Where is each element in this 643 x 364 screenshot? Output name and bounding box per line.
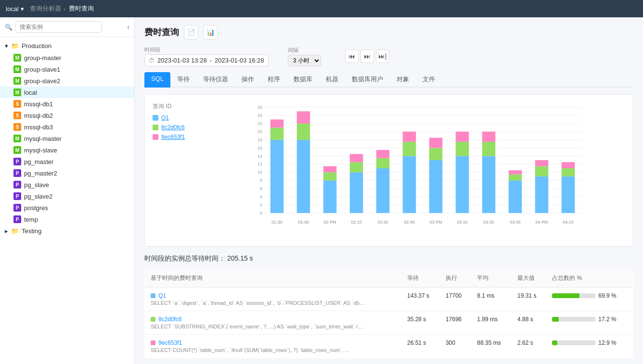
bar-01:30-8c2d0fc6[interactable]: [270, 127, 284, 139]
time-range-picker[interactable]: ⏱ 2023-01-03 13:28 - 2023-01-03 16:28: [144, 54, 269, 66]
bar-02:45-8c2d0fc6[interactable]: [403, 142, 416, 156]
nav-last-button[interactable]: ⏭|: [376, 50, 389, 63]
sidebar-item-temp[interactable]: Ptemp: [0, 213, 134, 225]
bar-01:30-Q1[interactable]: [270, 140, 284, 213]
bar-01:45-Q1[interactable]: [297, 140, 310, 213]
search-input[interactable]: [15, 21, 102, 33]
nav-next-button[interactable]: ⏭: [360, 50, 374, 63]
sidebar-item-pg_slave[interactable]: Ppg_slave: [0, 179, 134, 190]
group-label: Production: [22, 42, 51, 50]
chevron-icon: ▾: [5, 42, 8, 50]
query-id-label[interactable]: 8c2d0fc6: [158, 316, 182, 323]
tree-group-header-production[interactable]: ▾📁Production: [0, 40, 134, 52]
bar-04 PM-Q1[interactable]: [535, 176, 549, 213]
bar-03:45-9ec653f1[interactable]: [509, 170, 522, 174]
tab-程序[interactable]: 程序: [261, 72, 287, 88]
nav-first-button[interactable]: ⏮: [345, 50, 359, 63]
sidebar-item-postgres[interactable]: Ppostgres: [0, 202, 134, 213]
bar-03 PM-9ec653f1[interactable]: [429, 138, 443, 148]
bar-03 PM-8c2d0fc6[interactable]: [429, 148, 443, 160]
query-id-label[interactable]: Q1: [158, 292, 166, 299]
bar-03:30-8c2d0fc6[interactable]: [482, 142, 496, 156]
folder-icon: 📁: [11, 227, 19, 235]
bar-03:15-9ec653f1[interactable]: [456, 132, 469, 142]
interval-dropdown[interactable]: 3 小时: [288, 55, 321, 66]
tab-数据库[interactable]: 数据库: [287, 72, 319, 88]
tab-等待仪器[interactable]: 等待仪器: [196, 72, 235, 88]
query-id-link[interactable]: 8c2d0fc6: [151, 316, 396, 323]
bar-01:45-9ec653f1[interactable]: [297, 111, 310, 123]
back-button[interactable]: ‹: [127, 23, 129, 31]
sidebar-item-group-master[interactable]: Mgroup-master: [0, 52, 134, 63]
sidebar-item-group-slave1[interactable]: Mgroup-slave1: [0, 63, 134, 75]
legend-item-9ec653f1[interactable]: 9ec653f1: [153, 134, 201, 140]
bar-02 PM-8c2d0fc6[interactable]: [323, 172, 337, 180]
bar-03:15-8c2d0fc6[interactable]: [456, 142, 469, 156]
bar-02:15-Q1[interactable]: [350, 172, 363, 213]
query-id-link[interactable]: Q1: [151, 292, 396, 299]
tab-对象[interactable]: 对象: [390, 72, 416, 88]
progress-fill: [552, 340, 557, 345]
sidebar-item-mssql-db2[interactable]: Smssql-db2: [0, 110, 134, 121]
bar-03:45-8c2d0fc6[interactable]: [509, 175, 522, 181]
sidebar-item-mysql-slave[interactable]: Mmysql-slave: [0, 144, 134, 156]
tab-机器[interactable]: 机器: [319, 72, 345, 88]
bar-03 PM-Q1[interactable]: [429, 160, 443, 213]
tab-文件[interactable]: 文件: [416, 72, 442, 88]
sidebar-item-label: temp: [24, 216, 38, 223]
legend-dot: [153, 125, 158, 130]
bar-02:30-Q1[interactable]: [376, 168, 390, 213]
bar-04:15-8c2d0fc6[interactable]: [562, 168, 575, 176]
legend-item-8c2d0fc6[interactable]: 8c2d0fc6: [153, 124, 201, 131]
bar-02 PM-Q1[interactable]: [323, 180, 337, 213]
col-header-占总数的 %: 占总数的 %: [546, 269, 633, 288]
tab-等待[interactable]: 等待: [170, 72, 196, 88]
bar-04:15-Q1[interactable]: [562, 176, 575, 213]
cell-pct: 69.9 %: [546, 288, 633, 311]
bar-01:30-9ec653f1[interactable]: [270, 119, 284, 127]
bar-02:15-9ec653f1[interactable]: [350, 154, 363, 162]
time-range-group: 时间段 ⏱ 2023-01-03 13:28 - 2023-01-03 16:2…: [144, 46, 269, 66]
interval-label: 间隔: [288, 47, 321, 54]
bar-02:45-9ec653f1[interactable]: [403, 132, 416, 142]
bar-02:15-8c2d0fc6[interactable]: [350, 162, 363, 172]
sidebar-item-pg_master[interactable]: Ppg_master: [0, 156, 134, 167]
tab-SQL[interactable]: SQL: [144, 72, 170, 88]
progress-bar-cell: 69.9 %: [552, 292, 627, 299]
bar-04:15-9ec653f1[interactable]: [562, 162, 575, 168]
legend-label[interactable]: 8c2d0fc6: [161, 124, 185, 131]
sidebar-item-pg_slave2[interactable]: Ppg_slave2: [0, 190, 134, 202]
sidebar-item-mysql-master[interactable]: Mmysql-master: [0, 133, 134, 144]
bar-02:30-9ec653f1[interactable]: [376, 150, 390, 158]
sidebar-item-mssql-db1[interactable]: Smssql-db1: [0, 98, 134, 110]
legend-label[interactable]: Q1: [161, 114, 169, 121]
sidebar-item-local[interactable]: Mlocal: [0, 87, 134, 98]
svg-text:03:30: 03:30: [483, 220, 494, 225]
db-icon: M: [13, 65, 21, 73]
sidebar-item-pg_master2[interactable]: Ppg_master2: [0, 167, 134, 179]
breadcrumb-analyzer[interactable]: 查询分析器: [30, 4, 61, 13]
tab-操作[interactable]: 操作: [235, 72, 261, 88]
bar-01:45-8c2d0fc6[interactable]: [297, 124, 310, 140]
bar-04 PM-8c2d0fc6[interactable]: [535, 166, 549, 176]
tree-group-header-testing[interactable]: ▸📁Testing: [0, 225, 134, 237]
bar-03:15-Q1[interactable]: [456, 156, 469, 213]
query-id-label[interactable]: 9ec653f1: [158, 339, 182, 346]
legend-label[interactable]: 9ec653f1: [161, 134, 185, 140]
bar-02:30-8c2d0fc6[interactable]: [376, 158, 390, 168]
export-button[interactable]: 📊: [203, 25, 218, 39]
chevron-icon: ▸: [5, 227, 8, 235]
legend-item-Q1[interactable]: Q1: [153, 114, 201, 121]
tab-数据库用户[interactable]: 数据库用户: [345, 72, 390, 88]
bar-04 PM-9ec653f1[interactable]: [535, 160, 549, 166]
sidebar-item-group-slave2[interactable]: Mgroup-slave2: [0, 75, 134, 87]
bar-03:30-Q1[interactable]: [482, 156, 496, 213]
query-id-link[interactable]: 9ec653f1: [151, 339, 396, 346]
bar-03:30-9ec653f1[interactable]: [482, 132, 496, 142]
bar-03:45-Q1[interactable]: [509, 180, 522, 213]
bar-02:45-Q1[interactable]: [403, 156, 416, 213]
pdf-button[interactable]: 📄: [184, 25, 198, 39]
instance-selector[interactable]: local ▾: [6, 5, 24, 13]
sidebar-item-mssql-db3[interactable]: Smssql-db3: [0, 121, 134, 133]
bar-02 PM-9ec653f1[interactable]: [323, 166, 337, 173]
